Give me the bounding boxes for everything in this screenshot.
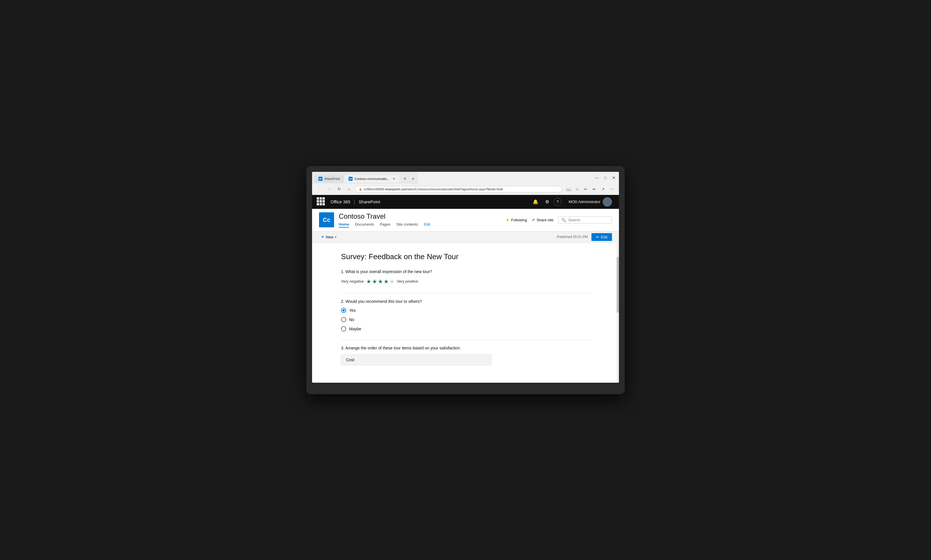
- radio-no[interactable]: No: [341, 317, 590, 322]
- waffle-dot: [317, 197, 319, 200]
- forward-button[interactable]: →: [326, 185, 333, 193]
- url-path: /sites/Contosocommunicationsite/SitePage…: [407, 188, 503, 191]
- brand-divider: |: [354, 199, 355, 205]
- question-divider-2: [341, 340, 590, 340]
- waffle-dot: [323, 197, 325, 200]
- edit-button[interactable]: ✏ Edit: [591, 233, 612, 241]
- edit-pencil-icon: ✏: [596, 235, 599, 239]
- nav-site-contents[interactable]: Site contents: [396, 222, 418, 228]
- o365-nav-icons: 🔔 ⚙ ?: [530, 197, 562, 207]
- star-2[interactable]: ★: [372, 278, 377, 285]
- q2-label: Would you recommend this tour to others?: [346, 299, 422, 304]
- tab-label-1: SharePoint: [324, 177, 340, 180]
- maximize-button[interactable]: □: [603, 175, 608, 180]
- toolbar-icons: 📖 ☆ ✂ ✏ ↗ ⋯: [565, 185, 616, 193]
- url-prefix: m365x428060.: [364, 188, 385, 191]
- address-bar[interactable]: 🔒 m365x428060.sharepoint.com/sites/Conto…: [355, 186, 562, 192]
- search-bar[interactable]: 🔍: [558, 216, 612, 224]
- laptop-frame: SP SharePoint SP Contoso communicatio...…: [306, 166, 625, 394]
- new-chevron-icon: ▾: [335, 235, 337, 238]
- help-button[interactable]: ?: [554, 198, 562, 206]
- order-item-cost[interactable]: Cost: [341, 354, 491, 365]
- share-site-button[interactable]: ↗ Share site: [531, 218, 554, 222]
- following-label: Following: [511, 218, 527, 222]
- back-button[interactable]: ←: [315, 185, 323, 193]
- search-icon: 🔍: [561, 218, 566, 222]
- reading-view-icon[interactable]: 📖: [565, 185, 572, 193]
- radio-dot-yes: [343, 309, 345, 312]
- search-input[interactable]: [568, 218, 609, 222]
- star-4[interactable]: ★: [384, 278, 389, 285]
- nav-edit[interactable]: Edit: [424, 222, 430, 228]
- rating-label-left: Very negative: [341, 279, 364, 283]
- user-menu[interactable]: MOD Administrator 👤: [566, 197, 614, 206]
- waffle-menu[interactable]: [317, 197, 326, 206]
- home-button[interactable]: ⌂: [345, 185, 353, 193]
- nav-home[interactable]: Home: [339, 222, 349, 228]
- waffle-dot: [320, 197, 322, 200]
- refresh-button[interactable]: ↻: [335, 185, 343, 193]
- url-display: m365x428060.sharepoint.com/sites/Contoso…: [364, 188, 559, 191]
- q3-number: 3.: [341, 346, 344, 350]
- lock-icon: 🔒: [359, 188, 362, 191]
- user-name: MOD Administrator: [568, 200, 601, 204]
- waffle-dot: [323, 203, 325, 205]
- web-capture-icon[interactable]: ✂: [582, 185, 590, 193]
- tab-dropdown-arrow[interactable]: ▾: [411, 175, 416, 183]
- star-rating: Very negative ★ ★ ★ ★ ★ Very positive: [341, 278, 590, 285]
- radio-circle-yes: [341, 308, 346, 313]
- radio-group: Yes No Maybe: [341, 308, 590, 331]
- q3-label: Arrange the order of these tour items ba…: [345, 346, 461, 350]
- sharepoint-name: SharePoint: [359, 199, 380, 204]
- new-tab-button[interactable]: +: [400, 174, 410, 184]
- pen-icon[interactable]: ✏: [591, 185, 598, 193]
- scrollbar[interactable]: [617, 243, 619, 383]
- following-button[interactable]: ★ Following: [506, 217, 527, 222]
- share-icon[interactable]: ↗: [599, 185, 607, 193]
- following-star-icon: ★: [506, 217, 510, 222]
- page-content: Survey: Feedback on the New Tour 1. What…: [312, 243, 619, 383]
- waffle-dot: [317, 203, 319, 205]
- browser-tab-sharepoint[interactable]: SP SharePoint: [314, 175, 344, 183]
- scrollbar-thumb: [617, 257, 619, 313]
- radio-no-label: No: [349, 317, 354, 322]
- o365-brand: Office 365 | SharePoint: [330, 199, 380, 205]
- question-3: 3. Arrange the order of these tour items…: [341, 346, 590, 365]
- star-5[interactable]: ★: [389, 278, 395, 285]
- close-button[interactable]: ✕: [611, 175, 617, 180]
- browser-tabs: SP SharePoint SP Contoso communicatio...…: [312, 172, 418, 184]
- waffle-dot: [320, 203, 322, 205]
- new-button[interactable]: + New ▾: [319, 233, 339, 241]
- published-text: Published 05:01 PM: [557, 235, 588, 239]
- url-domain: sharepoint.com: [385, 188, 407, 191]
- tabs-row: SP SharePoint SP Contoso communicatio...…: [312, 172, 619, 184]
- minimize-button[interactable]: —: [593, 175, 599, 180]
- screen: SP SharePoint SP Contoso communicatio...…: [312, 172, 619, 383]
- star-1[interactable]: ★: [366, 278, 371, 285]
- tab-close-button[interactable]: ✕: [392, 177, 395, 181]
- nav-pages[interactable]: Pages: [380, 222, 391, 228]
- question-1: 1. What is your overall impression of th…: [341, 269, 590, 285]
- question-3-text: 3. Arrange the order of these tour items…: [341, 346, 590, 350]
- star-group[interactable]: ★ ★ ★ ★ ★: [366, 278, 395, 285]
- star-3[interactable]: ★: [378, 278, 383, 285]
- notifications-button[interactable]: 🔔: [530, 197, 541, 207]
- site-logo: Cc: [319, 212, 334, 227]
- browser-tab-contoso[interactable]: SP Contoso communicatio... ✕: [344, 175, 399, 183]
- o365-navbar: Office 365 | SharePoint 🔔 ⚙ ? MOD Admini…: [312, 195, 619, 209]
- waffle-dot: [317, 200, 319, 203]
- radio-maybe[interactable]: Maybe: [341, 326, 590, 331]
- nav-documents[interactable]: Documents: [355, 222, 374, 228]
- radio-circle-maybe: [341, 326, 346, 331]
- settings-button[interactable]: ⚙: [542, 197, 552, 207]
- more-icon[interactable]: ⋯: [608, 185, 616, 193]
- user-avatar: 👤: [603, 197, 612, 206]
- site-nav: Home Documents Pages Site contents Edit: [339, 222, 501, 228]
- radio-yes[interactable]: Yes: [341, 308, 590, 313]
- share-label: Share site: [536, 218, 554, 222]
- favorites-icon[interactable]: ☆: [573, 185, 581, 193]
- q2-number: 2.: [341, 299, 344, 304]
- site-header: Cc Contoso Travel Home Documents Pages S…: [312, 209, 619, 231]
- tab-label-2: Contoso communicatio...: [354, 177, 389, 180]
- survey-title: Survey: Feedback on the New Tour: [341, 252, 590, 261]
